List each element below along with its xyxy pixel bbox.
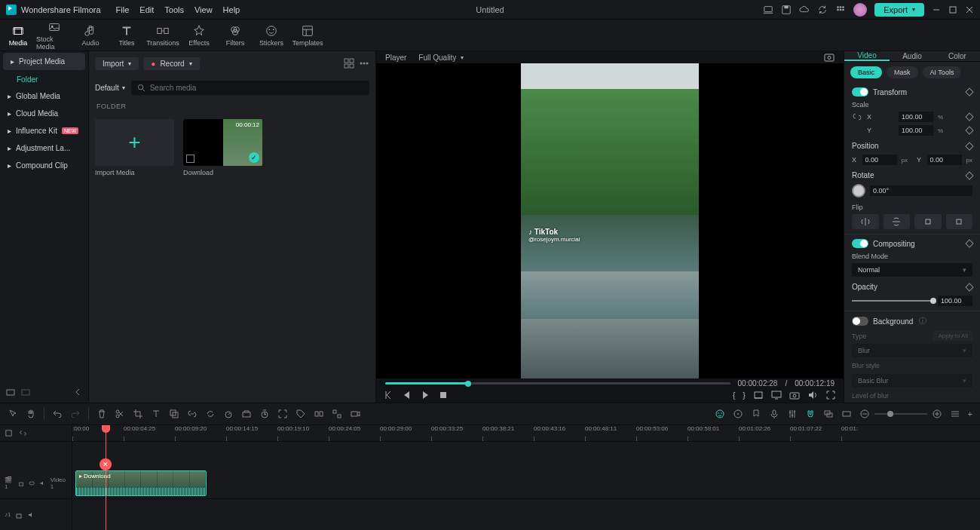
tl-target-icon[interactable] (733, 409, 743, 419)
playhead[interactable] (106, 425, 106, 530)
camera-icon[interactable] (789, 390, 800, 400)
tl-text-icon[interactable] (151, 409, 161, 419)
menu-help[interactable]: Help (223, 5, 240, 14)
new-bin-icon[interactable] (21, 388, 30, 397)
record-button[interactable]: ●Record▾ (143, 57, 199, 70)
apps-icon[interactable] (835, 5, 846, 15)
ribbon-effects[interactable]: Effects (181, 20, 217, 51)
tl-tag-icon[interactable] (296, 409, 306, 419)
scale-x-keyframe[interactable] (965, 112, 973, 121)
close-button[interactable] (965, 5, 974, 14)
pos-x-input[interactable] (862, 155, 897, 165)
ribbon-media[interactable]: Media (0, 20, 36, 51)
sidebar-project-media[interactable]: ▸Project Media (3, 53, 85, 70)
scale-y-keyframe[interactable] (965, 126, 973, 134)
grid-layout-icon[interactable] (344, 58, 354, 69)
pos-y-input[interactable] (927, 155, 962, 165)
more-icon[interactable] (359, 58, 369, 69)
video-preview[interactable]: ♪ TikTok @rosejoym.murcial (521, 63, 699, 378)
sidebar-global-media[interactable]: ▸Global Media (0, 87, 88, 105)
sidebar-adjustment-layer[interactable]: ▸Adjustment La... (0, 139, 88, 157)
flip-vertical-button[interactable] (884, 214, 911, 229)
sidebar-folder[interactable]: Folder (0, 72, 88, 87)
sidebar-compound-clip[interactable]: ▸Compound Clip (0, 157, 88, 174)
rotate-cw-button[interactable] (946, 214, 973, 229)
zoom-in-button[interactable] (932, 409, 942, 419)
tl-add-track-button[interactable]: + (968, 409, 972, 418)
subtab-basic[interactable]: Basic (850, 66, 882, 78)
tl-hand-icon[interactable] (26, 409, 36, 419)
volume-icon[interactable] (807, 390, 818, 400)
tl-marker-icon[interactable] (751, 409, 761, 419)
tl-copy-icon[interactable] (169, 409, 179, 419)
sidebar-cloud-media[interactable]: ▸Cloud Media (0, 105, 88, 122)
ribbon-titles[interactable]: Titles (109, 20, 145, 51)
export-button[interactable]: Export▾ (874, 3, 924, 17)
rotate-input[interactable] (870, 185, 972, 196)
track-mute-icon-2[interactable] (27, 511, 35, 519)
track-lock-icon-2[interactable] (15, 511, 23, 519)
cloud-icon[interactable] (799, 5, 810, 15)
tl-ratio-icon[interactable] (841, 409, 852, 419)
tl-expand-icon[interactable] (277, 409, 288, 419)
scale-x-input[interactable] (899, 112, 933, 122)
flip-horizontal-button[interactable] (852, 214, 879, 229)
menu-edit[interactable]: Edit (139, 5, 154, 14)
refresh-icon[interactable] (817, 5, 828, 15)
collapse-sidebar-icon[interactable] (73, 388, 82, 397)
sort-dropdown[interactable]: Default▾ (95, 84, 125, 92)
import-media-card[interactable]: + Import Media (95, 119, 174, 397)
tl-group-icon[interactable] (314, 409, 324, 419)
position-keyframe[interactable] (965, 142, 973, 150)
ribbon-audio[interactable]: Audio (72, 20, 109, 51)
scale-y-input[interactable] (899, 125, 933, 136)
link-icon[interactable] (852, 112, 862, 122)
video-track-header[interactable]: 🎬1 Video 1 (0, 467, 72, 499)
tl-redo-icon[interactable] (70, 409, 81, 419)
snapshot-icon[interactable] (824, 52, 835, 63)
ribbon-filters[interactable]: Filters (217, 20, 253, 51)
tl-render-icon[interactable] (350, 409, 360, 419)
maximize-button[interactable] (948, 5, 957, 14)
video-track-lane[interactable]: ▸Download (72, 467, 980, 499)
transform-toggle[interactable] (852, 87, 868, 97)
tl-link2-icon[interactable] (19, 429, 27, 437)
zoom-out-button[interactable] (859, 409, 870, 419)
ribbon-templates[interactable]: Templates (289, 20, 326, 51)
subtab-ai-tools[interactable]: AI Tools (923, 66, 962, 78)
fullscreen-icon[interactable] (825, 390, 836, 400)
inspector-tab-audio[interactable]: Audio (890, 51, 935, 61)
opacity-slider[interactable] (852, 300, 933, 302)
timeline-marker[interactable]: ✕ (100, 458, 112, 470)
tl-lock-icon[interactable] (5, 429, 13, 437)
playback-scrubber[interactable] (385, 382, 730, 384)
tl-face-icon[interactable] (715, 409, 725, 419)
timeline-clip[interactable]: ▸Download (75, 470, 207, 496)
tl-split-icon[interactable] (115, 409, 125, 419)
zoom-slider[interactable] (874, 413, 927, 415)
ribbon-stock-media[interactable]: Stock Media (36, 20, 72, 51)
tl-list-icon[interactable] (950, 409, 960, 419)
subtab-mask[interactable]: Mask (887, 66, 918, 78)
track-mute-icon[interactable] (39, 479, 45, 487)
quality-dropdown[interactable]: Full Quality▾ (418, 54, 464, 62)
opacity-keyframe[interactable] (965, 283, 973, 291)
audio-track-header[interactable]: ♪1 (0, 499, 72, 530)
tl-ungroup-icon[interactable] (332, 409, 342, 419)
tl-crop-icon[interactable] (133, 409, 143, 419)
background-toggle[interactable] (852, 317, 868, 326)
apply-to-all-button[interactable]: Apply to All (933, 331, 972, 341)
blur-style-dropdown[interactable]: Basic Blur▾ (852, 374, 972, 388)
blend-mode-dropdown[interactable]: Normal▾ (852, 263, 972, 277)
mark-in-button[interactable]: { (733, 391, 736, 400)
rotate-keyframe[interactable] (965, 171, 973, 179)
stop-button[interactable] (438, 390, 449, 400)
display-icon[interactable] (771, 390, 782, 400)
tl-timer-icon[interactable] (259, 409, 270, 419)
menu-file[interactable]: File (116, 5, 130, 14)
compositing-toggle[interactable] (852, 239, 868, 248)
tl-mic-icon[interactable] (769, 409, 779, 419)
minimize-button[interactable] (932, 5, 941, 14)
tl-undo-icon[interactable] (52, 409, 63, 419)
inspector-tab-video[interactable]: Video (844, 51, 890, 61)
